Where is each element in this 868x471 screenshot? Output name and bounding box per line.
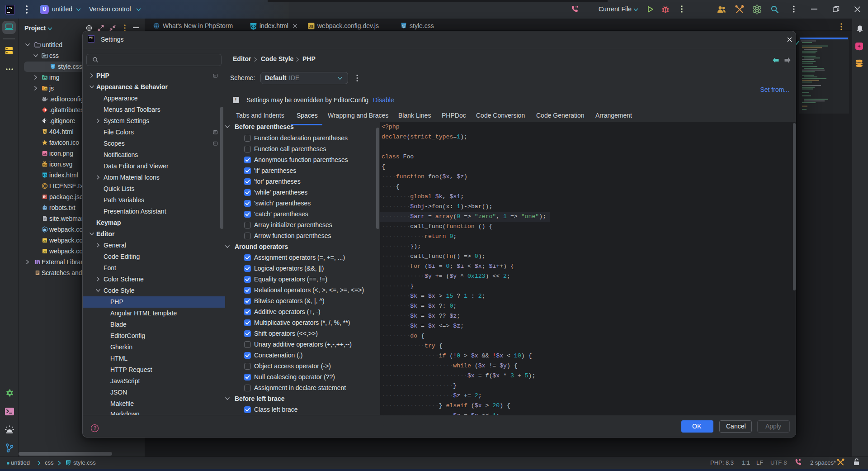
svg-text:JS: JS xyxy=(43,250,47,253)
svg-text:?: ? xyxy=(94,425,97,431)
svg-text:JS: JS xyxy=(44,87,47,90)
svg-text:5: 5 xyxy=(44,130,46,134)
svg-text:SVG: SVG xyxy=(43,164,48,167)
svg-text:JS: JS xyxy=(43,239,47,242)
svg-text:JS: JS xyxy=(309,24,313,29)
